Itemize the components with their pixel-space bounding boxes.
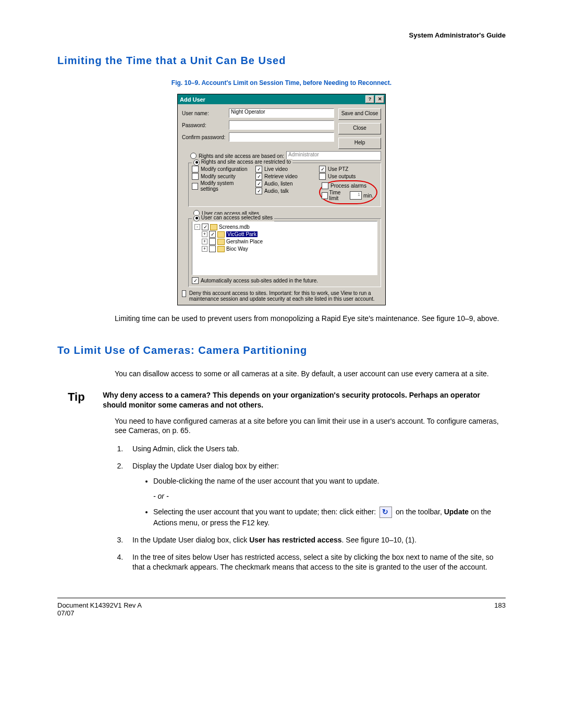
step-2b-post: on the toolbar, — [396, 508, 444, 516]
tree-n3[interactable]: Bioc Way — [226, 246, 248, 252]
dialog-titlebar: Add User ? ✕ — [178, 94, 385, 104]
folder-icon — [217, 231, 225, 238]
lbl-use-ptz: Use PTZ — [328, 166, 348, 172]
lbl-audio-talk: Audio, talk — [264, 188, 289, 194]
step-3: In the Update User dialog box, click Use… — [125, 535, 506, 545]
expand-icon[interactable]: + — [202, 246, 207, 252]
step-2-text: Display the Update User dialog box by ei… — [132, 462, 279, 470]
chk-retrieve-video[interactable] — [255, 173, 262, 180]
footer-page: 183 — [494, 601, 506, 617]
folder-icon — [217, 239, 225, 245]
section2-intro: You can disallow access to some or all c… — [115, 369, 506, 379]
chk-audio-talk[interactable] — [255, 188, 262, 194]
username-label: User name: — [182, 110, 229, 116]
tree-chk-n3[interactable] — [209, 245, 216, 252]
lbl-retrieve-video: Retrieve video — [264, 174, 298, 179]
expand-icon[interactable]: + — [202, 231, 207, 237]
or-separator: - or - — [153, 491, 506, 501]
tree-chk-n1[interactable] — [209, 231, 216, 238]
lbl-modify-system: Modify system settings — [200, 180, 250, 192]
lbl-use-outputs: Use outputs — [328, 174, 356, 179]
step-2b: Selecting the user account that you want… — [153, 507, 506, 528]
radio-restricted[interactable] — [193, 159, 200, 166]
tree-chk-n2[interactable] — [209, 238, 216, 245]
lbl-process-alarms: Process alarms — [331, 183, 366, 189]
tip-block: Tip Why deny access to a camera? This de… — [68, 390, 506, 410]
step-2b-pre: Selecting the user account that you want… — [153, 508, 376, 516]
lbl-time-limit: Time limit — [329, 190, 349, 201]
chk-modify-system[interactable] — [192, 183, 198, 190]
help-button[interactable]: Help — [338, 138, 381, 149]
close-icon[interactable]: ✕ — [375, 95, 384, 103]
header-guide-title: System Administrator's Guide — [57, 31, 506, 39]
time-limit-unit: min. — [363, 193, 373, 199]
chk-process-alarms[interactable] — [322, 182, 328, 189]
tip-label: Tip — [68, 390, 103, 410]
tree-root: Screens.mdb — [219, 224, 250, 230]
step-3-post: . See figure 10–10, (1). — [342, 536, 417, 544]
help-icon[interactable]: ? — [365, 95, 374, 103]
chk-use-ptz[interactable] — [319, 166, 326, 172]
confirm-label: Confirm password: — [182, 134, 229, 140]
update-toolbar-icon — [380, 507, 392, 518]
save-close-button[interactable]: Save and Close — [338, 108, 381, 120]
chk-audio-listen[interactable] — [255, 180, 262, 187]
step-2b-bold: Update — [444, 508, 469, 516]
restricted-group: Rights and site access are restricted to… — [188, 163, 381, 207]
chk-modify-config[interactable] — [192, 166, 199, 172]
chk-use-outputs[interactable] — [319, 173, 326, 180]
tree-n1[interactable]: VicGott Park — [226, 231, 258, 237]
footer-doc: Document K14392V1 Rev A — [57, 601, 142, 609]
based-on-select[interactable]: Administrator — [286, 151, 381, 161]
time-limit-value[interactable]: 1 — [350, 191, 362, 200]
restricted-label: Rights and site access are restricted to — [201, 159, 291, 165]
step-3-pre: In the Update User dialog box, click — [132, 536, 249, 544]
dialog-title-text: Add User — [180, 96, 205, 103]
section-heading-1: Limiting the Time that a Unit Can Be Use… — [57, 55, 506, 67]
chk-modify-security[interactable] — [192, 173, 199, 180]
tree-n2[interactable]: Gershwin Place — [226, 239, 263, 244]
folder-icon — [217, 246, 225, 252]
password-label: Password: — [182, 122, 229, 128]
password-input[interactable] — [229, 120, 334, 130]
username-input[interactable]: Night Operator — [229, 108, 334, 118]
figure-caption: Fig. 10–9. Account's Limit on Session Ti… — [57, 79, 506, 87]
lbl-auto-subsites: Automatically access sub-sites added in … — [201, 278, 318, 283]
chk-auto-subsites[interactable] — [192, 277, 199, 284]
highlight-circle: Process alarms Time limit 1 min. — [319, 180, 377, 204]
step-1: Using Admin, click the Users tab. — [125, 444, 506, 454]
chk-time-limit[interactable] — [322, 192, 328, 199]
page-footer: Document K14392V1 Rev A 07/07 183 — [57, 598, 506, 617]
lbl-audio-listen: Audio, listen — [264, 181, 292, 187]
section1-paragraph: Limiting time can be used to prevent use… — [115, 314, 506, 324]
dialog-screenshot: Add User ? ✕ User name: Night Operator P… — [57, 94, 506, 305]
sites-tree[interactable]: -Screens.mdb +VicGott Park +Gershwin Pla… — [192, 221, 377, 275]
steps-list: Using Admin, click the Users tab. Displa… — [115, 444, 506, 572]
step-2: Display the Update User dialog box by ei… — [125, 461, 506, 528]
selected-sites-group: User can access selected sites -Screens.… — [188, 218, 381, 287]
step-4: In the tree of sites below User has rest… — [125, 552, 506, 572]
radio-based-label: Rights and site access are based on: — [199, 153, 284, 159]
folder-icon — [210, 224, 217, 230]
add-user-dialog: Add User ? ✕ User name: Night Operator P… — [177, 94, 386, 305]
radio-based-on[interactable] — [190, 153, 197, 159]
tip-text: Why deny access to a camera? This depend… — [103, 390, 506, 410]
step-2a: Double-clicking the name of the user acc… — [153, 476, 506, 486]
lbl-selected-sites: User can access selected sites — [201, 215, 273, 220]
lbl-modify-config: Modify configuration — [201, 166, 248, 172]
close-button[interactable]: Close — [338, 123, 381, 134]
chk-live-video[interactable] — [255, 166, 262, 172]
chk-deny-access[interactable] — [182, 290, 186, 297]
lbl-live-video: Live video — [264, 166, 288, 172]
lbl-deny-access: Deny this account access to sites. Impor… — [189, 290, 381, 302]
step-3-bold: User has restricted access — [249, 536, 341, 544]
confirm-input[interactable] — [229, 132, 334, 142]
section2-para2: You need to have configured cameras at a… — [115, 416, 506, 436]
radio-selected-sites[interactable] — [193, 215, 200, 221]
lbl-modify-security: Modify security — [201, 174, 236, 179]
expand-icon[interactable]: - — [194, 224, 200, 230]
section-heading-2: To Limit Use of Cameras: Camera Partitio… — [57, 344, 506, 356]
footer-date: 07/07 — [57, 609, 142, 617]
tree-chk-root[interactable] — [202, 224, 209, 230]
expand-icon[interactable]: + — [202, 239, 207, 244]
